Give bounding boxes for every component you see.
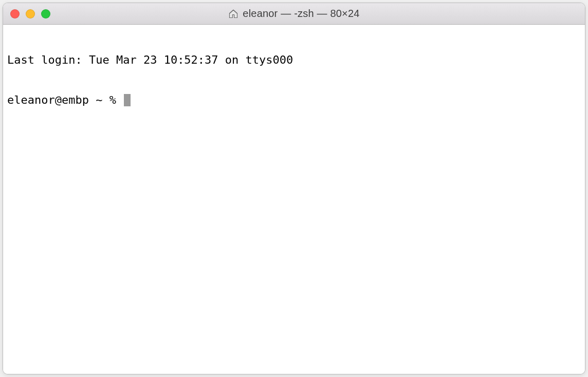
close-button[interactable] xyxy=(10,9,20,18)
home-icon xyxy=(228,9,238,19)
terminal-window: eleanor — -zsh — 80×24 Last login: Tue M… xyxy=(3,3,585,374)
window-title-wrap: eleanor — -zsh — 80×24 xyxy=(3,8,585,20)
prompt-text: eleanor@embp ~ % xyxy=(7,93,123,107)
zoom-button[interactable] xyxy=(41,9,50,18)
titlebar[interactable]: eleanor — -zsh — 80×24 xyxy=(3,3,585,25)
minimize-button[interactable] xyxy=(26,9,35,18)
cursor xyxy=(124,94,131,106)
window-title: eleanor — -zsh — 80×24 xyxy=(243,8,359,20)
last-login-line: Last login: Tue Mar 23 10:52:37 on ttys0… xyxy=(7,53,581,67)
traffic-lights xyxy=(3,9,50,18)
terminal-body[interactable]: Last login: Tue Mar 23 10:52:37 on ttys0… xyxy=(3,25,585,374)
prompt-line: eleanor@embp ~ % xyxy=(7,93,581,107)
